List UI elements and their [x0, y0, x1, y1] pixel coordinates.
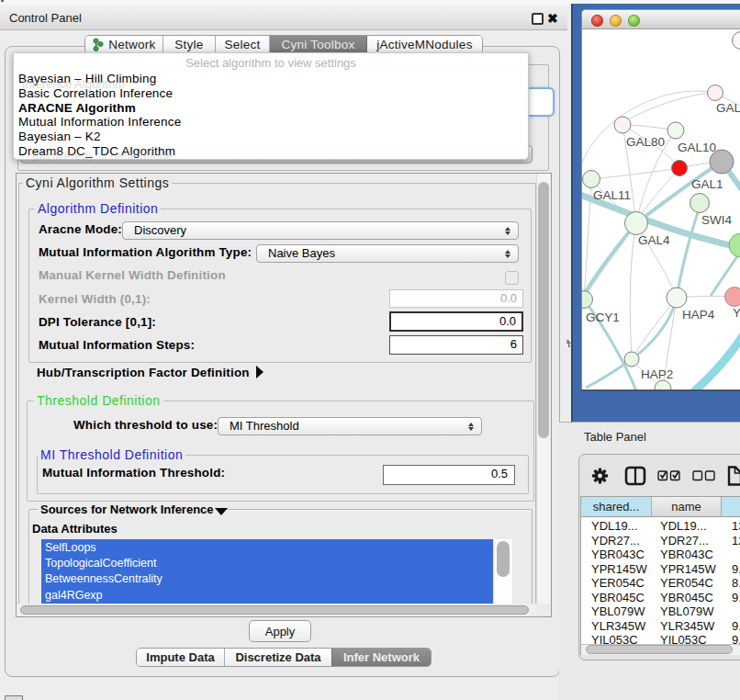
svg-text:GAL4: GAL4	[638, 233, 670, 247]
svg-text:Y: Y	[733, 306, 740, 320]
svg-text:GAL1: GAL1	[691, 177, 723, 191]
svg-text:GCY1: GCY1	[586, 310, 620, 324]
svg-text:GAL: GAL	[716, 101, 740, 115]
svg-text:HAP2: HAP2	[641, 367, 673, 381]
svg-text:GAL80: GAL80	[626, 135, 665, 149]
svg-text:GAL10: GAL10	[678, 141, 716, 154]
svg-text:GAL11: GAL11	[593, 188, 631, 202]
svg-text:SWI4: SWI4	[701, 213, 732, 227]
svg-text:HAP4: HAP4	[682, 308, 715, 322]
